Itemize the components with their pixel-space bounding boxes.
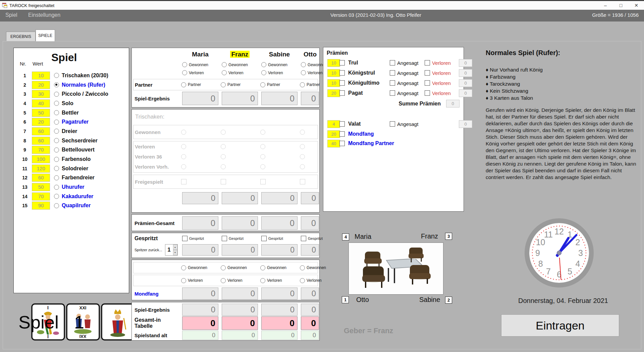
partner-radio[interactable] [300, 82, 305, 87]
game-name[interactable]: Dreier [62, 128, 77, 134]
valat-angesagt-checkbox[interactable] [390, 121, 395, 127]
game-radio-selected[interactable] [54, 82, 59, 87]
game-name[interactable]: Bettler [62, 110, 79, 116]
game-radio[interactable] [54, 185, 59, 190]
verloren-radio[interactable] [222, 70, 227, 75]
spritzer-spinner[interactable]: 1 ▲▼ [165, 244, 178, 256]
mondfang-verloren-radio[interactable] [300, 278, 305, 283]
game-name[interactable]: Solodreier [62, 166, 88, 172]
praemie-checkbox[interactable] [339, 90, 345, 96]
tab-spiele[interactable]: SPIELE [36, 30, 55, 41]
trischaken-verloren36-radio[interactable] [221, 154, 226, 159]
gewonnen-radio[interactable] [182, 62, 187, 67]
mondfang-verloren-radio[interactable] [221, 278, 226, 283]
trischaken-gewonnen-radio[interactable] [260, 130, 265, 135]
maximize-button[interactable]: □ [613, 1, 629, 10]
gespritzt-checkbox[interactable] [182, 236, 187, 241]
trischaken-gewonnen-radio[interactable] [181, 130, 186, 135]
angesagt-checkbox[interactable] [390, 90, 395, 96]
game-name[interactable]: Normales (Rufer) [62, 82, 105, 88]
spinner-up-icon[interactable]: ▲ [173, 245, 177, 250]
angesagt-checkbox[interactable] [390, 60, 395, 65]
trischaken-verloren36-radio[interactable] [300, 154, 305, 159]
game-name[interactable]: Quapilrufer [62, 203, 91, 209]
mondfang-checkbox[interactable] [339, 131, 345, 137]
trischaken-gewonnen-radio[interactable] [300, 130, 305, 135]
freigespielt-checkbox[interactable] [300, 179, 305, 184]
angesagt-checkbox[interactable] [390, 70, 395, 76]
game-radio[interactable] [54, 138, 59, 143]
mondfang-verloren-radio[interactable] [181, 278, 186, 283]
valat-checkbox[interactable] [339, 121, 345, 127]
game-radio[interactable] [54, 147, 59, 152]
partner-radio[interactable] [221, 82, 226, 87]
game-name[interactable]: Trischaken (20/30) [62, 73, 108, 79]
mondfang-gewonnen-radio[interactable] [181, 265, 186, 270]
game-name[interactable]: Uhurufer [62, 184, 85, 190]
mondfang-gewonnen-radio[interactable] [300, 265, 305, 270]
mondfang-gewonnen-radio[interactable] [221, 265, 226, 270]
trischaken-verloren-vorh-radio[interactable] [260, 164, 265, 169]
gewonnen-radio[interactable] [261, 62, 266, 67]
verloren-radio[interactable] [182, 70, 187, 75]
praemie-verloren-checkbox[interactable] [425, 60, 430, 65]
trischaken-verloren36-radio[interactable] [181, 154, 186, 159]
game-radio[interactable] [54, 129, 59, 134]
trischaken-verloren-radio[interactable] [260, 144, 265, 149]
game-name[interactable]: Kakadurufer [62, 193, 93, 200]
spinner-down-icon[interactable]: ▼ [173, 250, 177, 255]
praemie-checkbox[interactable] [339, 60, 345, 65]
angesagt-checkbox[interactable] [390, 80, 395, 86]
menu-einstellungen[interactable]: Einstellungen [28, 12, 60, 18]
gewonnen-radio[interactable] [301, 62, 306, 67]
trischaken-verloren-vorh-radio[interactable] [181, 164, 186, 169]
freigespielt-checkbox[interactable] [260, 179, 266, 184]
trischaken-verloren-radio[interactable] [300, 144, 305, 149]
mondfang-partner-checkbox[interactable] [339, 141, 345, 146]
game-radio[interactable] [54, 110, 59, 115]
close-button[interactable]: ✕ [629, 1, 644, 10]
trischaken-verloren-vorh-radio[interactable] [221, 164, 226, 169]
game-radio[interactable] [54, 120, 59, 125]
tab-ergebnis[interactable]: ERGEBNIS [6, 32, 36, 41]
trischaken-gewonnen-radio[interactable] [221, 130, 226, 135]
game-radio[interactable] [54, 194, 59, 199]
gewonnen-radio[interactable] [222, 62, 227, 67]
game-name[interactable]: Sechserdreier [62, 138, 98, 144]
game-name[interactable]: Pagatrufer [62, 119, 89, 125]
game-radio[interactable] [54, 203, 59, 208]
trischaken-verloren36-radio[interactable] [260, 154, 265, 159]
praemie-verloren-checkbox[interactable] [425, 70, 430, 76]
verloren-radio[interactable] [301, 70, 306, 75]
game-name[interactable]: Piccolo / Zwiccolo [62, 91, 108, 97]
game-radio[interactable] [54, 92, 59, 97]
mondfang-verloren-radio[interactable] [260, 278, 265, 283]
game-radio[interactable] [54, 166, 59, 171]
mondfang-gewonnen-radio[interactable] [260, 265, 265, 270]
praemie-verloren-checkbox[interactable] [425, 80, 430, 86]
game-name[interactable]: Farbensolo [62, 156, 91, 162]
partner-radio[interactable] [181, 82, 186, 87]
praemie-checkbox[interactable] [339, 80, 345, 86]
eintragen-button[interactable]: Eintragen [501, 314, 619, 337]
trischaken-verloren-radio[interactable] [221, 144, 226, 149]
game-radio[interactable] [54, 175, 59, 180]
praemie-checkbox[interactable] [339, 70, 345, 76]
praemie-verloren-checkbox[interactable] [425, 90, 430, 96]
minimize-button[interactable]: – [598, 1, 613, 10]
game-radio[interactable] [54, 73, 59, 78]
freigespielt-checkbox[interactable] [221, 179, 226, 184]
game-name[interactable]: Farbendreier [62, 175, 95, 181]
game-name[interactable]: Solo [62, 100, 73, 106]
game-radio[interactable] [54, 157, 59, 162]
game-radio[interactable] [54, 101, 59, 106]
freigespielt-checkbox[interactable] [181, 179, 186, 184]
trischaken-verloren-radio[interactable] [181, 144, 186, 149]
verloren-radio[interactable] [261, 70, 266, 75]
gespritzt-checkbox[interactable] [222, 236, 227, 241]
menu-spiel[interactable]: Spiel [5, 12, 17, 18]
trischaken-verloren-vorh-radio[interactable] [300, 164, 305, 169]
gespritzt-checkbox[interactable] [301, 236, 306, 241]
gespritzt-checkbox[interactable] [261, 236, 267, 241]
partner-radio[interactable] [260, 82, 265, 87]
